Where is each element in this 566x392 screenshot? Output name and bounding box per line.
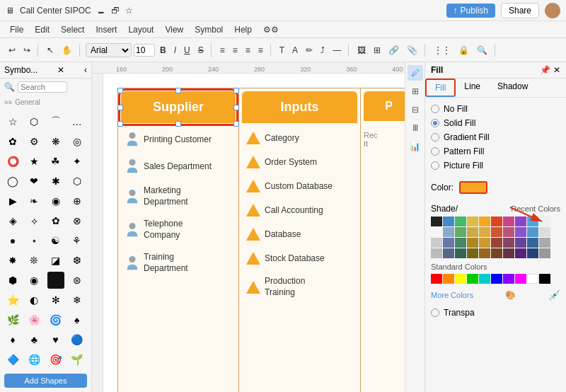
supplier-header[interactable]: Supplier [121, 91, 236, 123]
right-tool-grid[interactable]: ⊞ [408, 83, 423, 99]
menu-insert[interactable]: Insert [91, 23, 121, 36]
menu-view[interactable]: View [161, 23, 187, 36]
color-cell[interactable] [515, 217, 526, 226]
symbols-collapse-icon[interactable]: ‹ [84, 65, 87, 75]
link-button[interactable]: 🔗 [386, 44, 402, 57]
insert-table-button[interactable]: ⊞ [371, 44, 383, 57]
align-right-button[interactable]: ≡ [243, 44, 253, 57]
symbol-item[interactable]: ⌒ [47, 113, 64, 130]
color-cell[interactable] [443, 238, 454, 248]
color-cell[interactable] [503, 248, 514, 258]
symbol-item[interactable]: ♣ [25, 331, 42, 348]
canvas-area[interactable]: 160 200 240 280 320 360 400 [92, 62, 405, 392]
color-cell[interactable] [539, 217, 550, 226]
lock-button[interactable]: 🔒 [456, 44, 472, 57]
symbol-item[interactable]: ◯ [4, 173, 21, 190]
color-cell[interactable] [539, 238, 550, 248]
color-cell[interactable] [455, 248, 466, 258]
symbol-item[interactable]: ☘ [47, 153, 64, 170]
inputs-header[interactable]: Inputs [242, 91, 357, 123]
std-color-cell[interactable] [539, 274, 550, 284]
symbols-close-icon[interactable]: ✕ [57, 65, 64, 75]
symbol-item[interactable]: ⚘ [69, 232, 86, 249]
radio-solid-fill[interactable] [431, 119, 439, 127]
color-cell[interactable] [491, 217, 502, 226]
color-cell[interactable] [539, 248, 550, 258]
align-center-button[interactable]: ≡ [230, 44, 241, 57]
symbol-item[interactable]: ◉ [25, 272, 42, 289]
color-cell[interactable] [467, 227, 478, 237]
color-cell[interactable] [431, 217, 442, 226]
fill-tab-line[interactable]: Line [456, 79, 489, 97]
symbol-item[interactable]: ✿ [47, 212, 64, 229]
color-cell[interactable] [479, 238, 490, 248]
hand-button[interactable]: ✋ [59, 44, 75, 57]
favorite-icon[interactable]: ☆ [125, 6, 133, 16]
search-button[interactable]: 🔍 [474, 44, 490, 57]
symbol-item[interactable]: ❋ [47, 133, 64, 150]
symbol-item[interactable]: ★ [25, 153, 42, 170]
color-cell[interactable] [515, 227, 526, 237]
fill-tab-shadow[interactable]: Shadow [489, 79, 536, 97]
color-cell[interactable] [491, 248, 502, 258]
menu-help[interactable]: Help [230, 23, 256, 36]
eyedropper-button[interactable]: 💉 [548, 289, 560, 301]
line-color-button[interactable]: ✏ [303, 44, 316, 57]
symbol-item[interactable]: 🔷 [4, 351, 21, 368]
right-tool-format[interactable]: Ⅲ [408, 120, 423, 136]
right-tool-properties[interactable]: 🖊 [408, 65, 423, 81]
color-cell[interactable] [527, 238, 538, 248]
std-color-cell[interactable] [515, 274, 526, 284]
symbol-item[interactable]: ● [4, 232, 21, 249]
canvas-content[interactable]: Supplier [103, 74, 405, 392]
bold-button[interactable]: B [157, 44, 169, 57]
std-color-cell[interactable] [467, 274, 478, 284]
symbol-item[interactable]: 🔵 [69, 331, 86, 348]
symbol-item[interactable]: ✿ [4, 133, 21, 150]
italic-button[interactable]: I [171, 44, 179, 57]
insert-image-button[interactable]: 🖼 [354, 44, 369, 57]
menu-select[interactable]: Select [57, 23, 88, 36]
symbol-item[interactable]: ❊ [25, 252, 42, 269]
color-cell[interactable] [527, 217, 538, 226]
std-color-cell[interactable] [443, 274, 454, 284]
symbols-search-input[interactable] [18, 81, 67, 93]
symbol-item[interactable]: ◈ [4, 212, 21, 229]
symbol-item[interactable]: 🌱 [69, 351, 86, 368]
color-cell[interactable] [515, 238, 526, 248]
std-color-cell[interactable] [479, 274, 490, 284]
color-cell[interactable] [431, 248, 442, 258]
symbol-item[interactable]: ◎ [69, 133, 86, 150]
font-family-select[interactable]: Arial [86, 43, 132, 57]
fill-option-pattern[interactable]: Pattern Fill [431, 144, 560, 158]
symbol-item[interactable]: ✻ [47, 292, 64, 309]
symbol-item[interactable]: ❄ [69, 292, 86, 309]
underline-button[interactable]: U [181, 44, 193, 57]
symbol-item[interactable]: ⭐ [4, 292, 21, 309]
right-tool-style[interactable]: ⊟ [408, 102, 423, 117]
fill-option-no-fill[interactable]: No Fill [431, 102, 560, 116]
symbol-item[interactable]: ♦ [4, 331, 21, 348]
redo-button[interactable]: ↪ [21, 44, 33, 57]
color-cell[interactable] [491, 238, 502, 248]
std-color-cell[interactable] [527, 274, 538, 284]
std-color-cell[interactable] [491, 274, 502, 284]
symbol-item[interactable]: ⊛ [69, 272, 86, 289]
color-picker-box[interactable] [459, 181, 487, 194]
std-color-cell[interactable] [431, 274, 442, 284]
color-cell[interactable] [515, 248, 526, 258]
add-shapes-button[interactable]: Add Shapes [4, 374, 87, 388]
color-cell[interactable] [527, 227, 538, 237]
line-width-button[interactable]: — [330, 44, 344, 57]
symbol-item[interactable]: ⚙ [25, 133, 42, 150]
radio-no-fill[interactable] [431, 105, 439, 113]
color-cell[interactable] [479, 248, 490, 258]
symbol-item[interactable]: ⊕ [69, 192, 86, 209]
radio-pattern-fill[interactable] [431, 147, 439, 156]
menu-edit[interactable]: Edit [30, 23, 54, 36]
fill-panel-close-icon[interactable]: ✕ [553, 65, 560, 75]
fill-option-picture[interactable]: Picture Fill [431, 158, 560, 173]
symbol-item[interactable]: ▶ [4, 192, 21, 209]
menu-extra[interactable]: ⚙⚙ [259, 23, 283, 36]
align-justify-button[interactable]: ≡ [255, 44, 266, 57]
